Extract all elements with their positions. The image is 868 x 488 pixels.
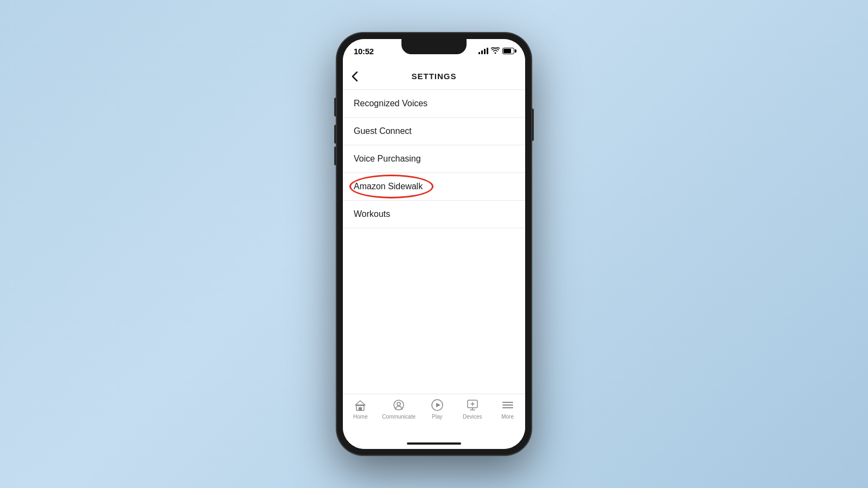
tab-play-label: Play: [432, 414, 442, 420]
home-icon: [354, 399, 367, 412]
settings-item-guest-connect[interactable]: Guest Connect: [343, 118, 525, 145]
svg-marker-6: [436, 403, 441, 407]
tab-more[interactable]: More: [494, 399, 521, 420]
more-icon: [501, 399, 514, 412]
svg-rect-2: [359, 407, 362, 410]
phone-screen: 10:52: [343, 39, 525, 449]
wifi-icon: [491, 47, 500, 55]
settings-item-voice-purchasing[interactable]: Voice Purchasing: [343, 145, 525, 173]
settings-list: Recognized Voices Guest Connect Voice Pu…: [343, 90, 525, 228]
status-time: 10:52: [354, 47, 374, 56]
tab-devices[interactable]: Devices: [459, 399, 486, 420]
tab-home-label: Home: [353, 414, 368, 420]
tab-more-label: More: [501, 414, 514, 420]
notch: [401, 39, 467, 54]
status-bar: 10:52: [343, 39, 525, 63]
devices-icon: [466, 399, 479, 412]
settings-item-amazon-sidewalk[interactable]: Amazon Sidewalk: [343, 173, 525, 201]
home-bar: [407, 442, 461, 445]
signal-icon: [478, 48, 488, 54]
home-indicator: [343, 438, 525, 449]
nav-header: SETTINGS: [343, 63, 525, 90]
tab-communicate-label: Communicate: [382, 414, 416, 420]
play-icon: [431, 399, 444, 412]
tab-communicate[interactable]: Communicate: [382, 399, 416, 420]
tab-play[interactable]: Play: [424, 399, 451, 420]
tab-home[interactable]: Home: [347, 399, 374, 420]
settings-content: Recognized Voices Guest Connect Voice Pu…: [343, 90, 525, 394]
settings-item-recognized-voices[interactable]: Recognized Voices: [343, 90, 525, 118]
tab-devices-label: Devices: [463, 414, 482, 420]
phone-device: 10:52: [336, 33, 532, 455]
communicate-icon: [392, 399, 405, 412]
back-button[interactable]: [352, 71, 358, 82]
svg-point-4: [397, 402, 400, 406]
status-icons: [478, 47, 514, 55]
page-title: SETTINGS: [411, 72, 456, 81]
settings-item-workouts[interactable]: Workouts: [343, 201, 525, 228]
tab-bar: Home Communicate Play: [343, 394, 525, 438]
battery-icon: [502, 48, 514, 54]
